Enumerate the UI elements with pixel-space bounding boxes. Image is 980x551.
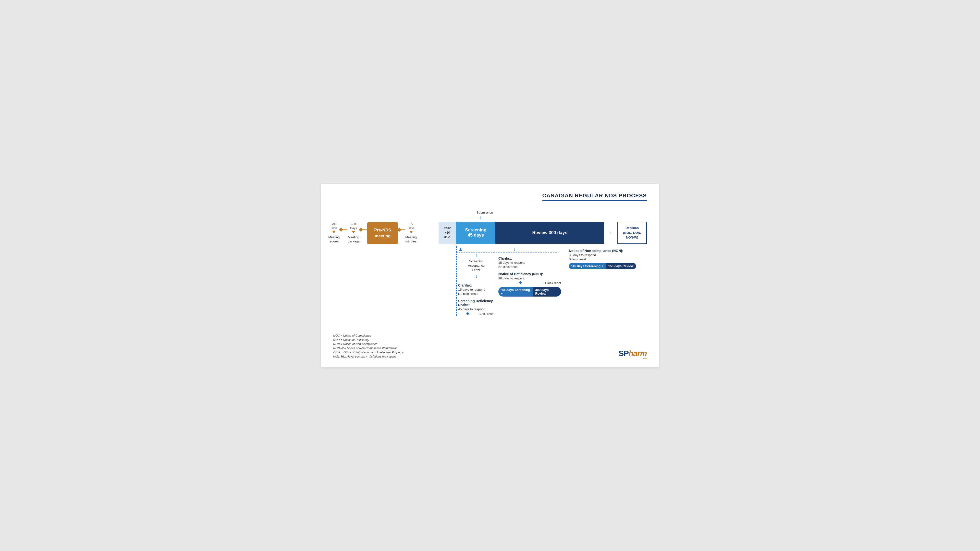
phase-decision: Decision(NOC, NON,NON-W) — [617, 222, 647, 244]
diamond-3 — [398, 227, 402, 232]
decision-detail-col: Notice of Non-compliance (NON): 90 days … — [563, 246, 647, 316]
phase-review: Review 300 days — [495, 222, 604, 244]
nod-section: Notice of Deficiency (NOD): 90 days to r… — [498, 272, 561, 285]
non-line2: ᶜClock reset — [569, 257, 647, 261]
clarifax-r-title: Clarifax: — [498, 256, 561, 260]
down-arrow-review: ↓ — [498, 246, 561, 252]
meeting-package-label: Meetingpackage — [347, 235, 360, 244]
diamond-clock-r — [519, 281, 522, 284]
screening-detail-col: ▲ ↓ ScreeningAcceptanceLetter ↓ Clarifax… — [457, 246, 496, 316]
arrow-down-2 — [352, 231, 355, 233]
clock-reset-s-label: Clock reset — [479, 312, 495, 316]
page-title: CANADIAN REGULAR NDS PROCESS — [542, 192, 647, 199]
badge-left-non: ᶜ45 days Screening + — [569, 263, 606, 269]
hline-1 — [342, 229, 347, 230]
diamond-1 — [339, 227, 343, 232]
arrow-down-3 — [409, 231, 413, 233]
days-label-3: Days — [408, 227, 414, 230]
nod-line1: 90 days to respond — [498, 276, 561, 280]
clock-reset-r-label: ᶜClock reset — [544, 281, 561, 285]
up-arrow-screening: ▲ — [458, 246, 495, 252]
non-title: Notice of Non-compliance (NON): — [569, 249, 647, 253]
nod-title: Notice of Deficiency (NOD): — [498, 272, 561, 276]
diamond-2 — [359, 227, 363, 232]
spharm-logo: SPharm ~~~ — [619, 349, 647, 360]
submission-arrow: ↓ — [479, 215, 647, 220]
meeting-minutes-step: 15 Days Meetingminutes — [405, 222, 417, 244]
logo-hm: harm — [629, 349, 647, 358]
legend-osip: OSIP = Office of Submission and Intellec… — [333, 351, 403, 354]
nod-badge: ᶜ45 days Screening + 300 days Review — [498, 287, 561, 297]
diamond-clock-s — [466, 312, 469, 315]
clarifax-review: Clarifax: 15 days to respond No clock re… — [498, 256, 561, 268]
badge-right-non: 150 days Review — [606, 263, 636, 269]
clarifax-screening: Clarifax: 15 days to respond No clock re… — [458, 283, 495, 295]
detail-area: ▲ ↓ ScreeningAcceptanceLetter ↓ Clarifax… — [439, 246, 647, 316]
legend-note: Note: High-level summary. Variations may… — [333, 355, 403, 358]
screening-deficiency: Screening Deficiency Notice: 45 days to … — [458, 299, 495, 316]
connector-3 — [398, 228, 405, 232]
clarifax-s-line1: 15 days to respond — [458, 288, 495, 291]
title-block: CANADIAN REGULAR NDS PROCESS — [542, 192, 647, 201]
down-arrow-clarifax-s: ↓ — [458, 273, 495, 279]
up-arrow-icon: ▲ — [458, 246, 463, 252]
submission-label: Submission — [477, 211, 647, 214]
clarifax-s-line2: No clock reset — [458, 292, 495, 295]
phases-inner: OSIP~10days Screening45 days Review 300 … — [439, 222, 604, 244]
legend-non: NON = Notice of Non-Compliance — [333, 342, 403, 346]
meeting-minutes-label: Meetingminutes — [405, 235, 417, 244]
non-badge: ᶜ45 days Screening + 150 days Review — [569, 263, 636, 269]
meeting-request-label: Meetingrequest — [328, 235, 340, 244]
review-arrow-icon: ↓ — [513, 246, 515, 252]
connector-2 — [360, 228, 367, 232]
pre-nds-flow: ≥90 Days Meetingrequest ≥30 Days Meeting… — [328, 222, 441, 244]
legend-noc: NOC = Notice of Compliance — [333, 334, 403, 337]
review-detail-col: ↓ Clarifax: 15 days to respond No clock … — [496, 246, 563, 316]
pre-nds-box: Pre-NDSmeeting — [367, 222, 398, 244]
pre-nds-section: ≥90 Days Meetingrequest ≥30 Days Meeting… — [328, 218, 441, 244]
non-compliance-section: Notice of Non-compliance (NON): 90 days … — [569, 249, 647, 269]
process-section: Submission ↓ OSIP~10days Screening45 day… — [439, 211, 647, 252]
legend: NOC = Notice of Compliance NOD = Notice … — [333, 334, 403, 359]
screen-def-title: Screening Deficiency Notice: — [458, 299, 495, 307]
clarifax-s-arrow: ↓ — [475, 273, 477, 279]
clock-reset-r: ᶜClock reset — [498, 281, 561, 285]
clarifax-r-line2: No clock reset — [498, 265, 561, 268]
days-90: ≥90 — [331, 222, 336, 226]
phases-row: OSIP~10days Screening45 days Review 300 … — [439, 222, 647, 244]
clarifax-s-title: Clarifax: — [458, 283, 495, 287]
main-card: CANADIAN REGULAR NDS PROCESS ≥90 Days Me… — [321, 184, 659, 367]
clarifax-r-line1: 15 days to respond — [498, 261, 561, 265]
meeting-request-step: ≥90 Days Meetingrequest — [328, 222, 340, 244]
phase-screening: Screening45 days — [456, 222, 495, 244]
screen-def-line1: 45 days to respond — [458, 307, 495, 311]
arrow-right-main: → — [604, 229, 614, 236]
acceptance-label: ScreeningAcceptanceLetter — [458, 259, 495, 273]
legend-nod: NOD = Notice of Deficiency — [333, 338, 403, 341]
days-label-2: Days — [350, 227, 357, 230]
days-label-1: Days — [331, 227, 337, 230]
down-arrow-acceptance: ↓ — [458, 252, 495, 257]
clock-reset-s: Clock reset — [458, 311, 495, 316]
title-underline — [542, 200, 647, 201]
phase-osip: OSIP~10days — [439, 222, 456, 244]
submission-block: Submission ↓ — [477, 211, 647, 220]
logo-sp: SP — [619, 349, 629, 358]
days-15: 15 — [409, 222, 412, 226]
non-line1: 90 days to respond — [569, 253, 647, 257]
badge-left-nod: ᶜ45 days Screening + — [498, 287, 533, 297]
acceptance-arrow-icon: ↓ — [475, 252, 477, 257]
arrow-down-1 — [332, 231, 336, 233]
badge-right-nod: 300 days Review — [533, 287, 561, 297]
connector-1 — [340, 228, 347, 232]
dashed-bottom-line — [456, 252, 557, 252]
hline-3 — [401, 229, 405, 230]
hline-2 — [362, 229, 367, 230]
osip-spacer — [439, 246, 457, 316]
legend-nonw: NON-W = Notice of Non-Compliance Withdra… — [333, 346, 403, 350]
meeting-package-step: ≥30 Days Meetingpackage — [347, 222, 360, 244]
days-30: ≥30 — [351, 222, 356, 226]
